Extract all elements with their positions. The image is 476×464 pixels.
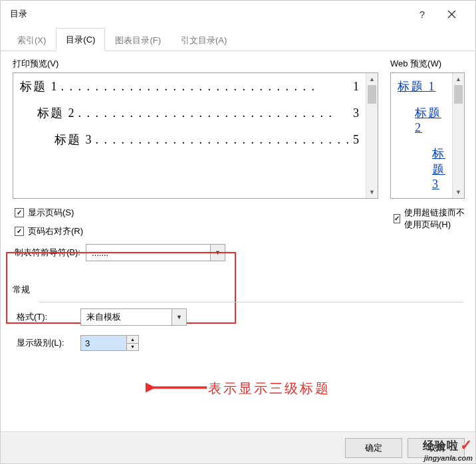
levels-value[interactable]: 3 (81, 336, 126, 350)
web-preview-body: 标题 1 标题 2 标题 3 (391, 73, 452, 198)
tab-index[interactable]: 索引(X) (7, 29, 56, 51)
scroll-down-icon[interactable]: ▼ (453, 186, 464, 198)
format-combo[interactable]: 来自模板 ▼ (80, 308, 187, 326)
web-preview-scrollbar[interactable]: ▲ ▼ (452, 73, 464, 198)
use-hyperlinks-row: 使用超链接而不使用页码(H) (392, 207, 465, 231)
web-preview-col: Web 预览(W) 标题 1 标题 2 标题 3 ▲ ▼ (390, 58, 465, 261)
scroll-thumb[interactable] (368, 85, 376, 104)
print-preview-scrollbar[interactable]: ▲ ▼ (366, 73, 378, 198)
scroll-track[interactable] (366, 85, 378, 186)
print-preview: 标题 1 . . . . . . . . . . . . . . . . . .… (13, 72, 378, 199)
use-hyperlinks-checkbox[interactable] (394, 214, 400, 223)
format-value: 来自模板 (81, 311, 172, 323)
leader-value: ....... (86, 248, 210, 258)
web-link-1[interactable]: 标题 1 (398, 78, 445, 94)
ok-button[interactable]: 确定 (345, 438, 402, 458)
scroll-thumb[interactable] (454, 85, 463, 104)
tab-citations[interactable]: 引文目录(A) (171, 29, 237, 51)
cancel-button[interactable]: 取消 (408, 438, 465, 458)
toc-line-2: 标题 2 . . . . . . . . . . . . . . . . . .… (20, 105, 359, 121)
toc-line-3: 标题 3 . . . . . . . . . . . . . . . . . .… (20, 132, 359, 148)
scroll-up-icon[interactable]: ▲ (366, 73, 378, 85)
print-preview-col: 打印预览(V) 标题 1 . . . . . . . . . . . . . .… (13, 58, 378, 261)
tabbar: 索引(X) 目录(C) 图表目录(F) 引文目录(A) (1, 27, 475, 51)
close-icon (447, 10, 456, 19)
web-link-2[interactable]: 标题 2 (398, 105, 445, 135)
scroll-down-icon[interactable]: ▼ (366, 186, 378, 198)
right-align-checkbox[interactable] (15, 227, 24, 236)
spinner-down-icon[interactable]: ▼ (127, 344, 138, 351)
general-fieldset: 常规 格式(T): 来自模板 ▼ 显示级别(L): 3 ▲ (13, 284, 463, 351)
leader-label: 制表符前导符(B): (15, 247, 80, 259)
levels-row: 显示级别(L): 3 ▲ ▼ (13, 335, 463, 351)
annotation-arrow-group: 表示显示三级标题 (146, 378, 330, 398)
right-align-label: 页码右对齐(R) (28, 225, 83, 237)
print-preview-label: 打印预览(V) (13, 58, 378, 70)
dialog-footer: 确定 取消 (1, 431, 475, 463)
toc-line-1: 标题 1 . . . . . . . . . . . . . . . . . .… (20, 78, 359, 94)
tab-toc[interactable]: 目录(C) (56, 28, 105, 51)
leader-combo[interactable]: ....... ▼ (86, 244, 225, 261)
show-page-numbers-label: 显示页码(S) (28, 207, 74, 219)
use-hyperlinks-label: 使用超链接而不使用页码(H) (404, 207, 465, 231)
scroll-track[interactable] (453, 85, 464, 186)
dialog-title: 目录 (10, 8, 408, 20)
levels-label: 显示级别(L): (17, 337, 74, 349)
chevron-down-icon[interactable]: ▼ (172, 309, 186, 325)
web-link-3[interactable]: 标题 3 (398, 146, 445, 191)
format-row: 格式(T): 来自模板 ▼ (13, 308, 463, 326)
content-area: 打印预览(V) 标题 1 . . . . . . . . . . . . . .… (1, 51, 475, 351)
annotation-text: 表示显示三级标题 (208, 380, 330, 398)
right-align-row: 页码右对齐(R) (13, 225, 378, 237)
arrow-icon (146, 378, 209, 398)
format-label: 格式(T): (17, 311, 74, 323)
web-preview-label: Web 预览(W) (390, 58, 465, 70)
leader-row: 制表符前导符(B): ....... ▼ (13, 244, 378, 261)
show-page-numbers-row: 显示页码(S) (13, 207, 378, 219)
web-preview: 标题 1 标题 2 标题 3 ▲ ▼ (390, 72, 465, 199)
general-legend: 常规 (13, 284, 34, 296)
show-page-numbers-checkbox[interactable] (15, 208, 24, 217)
help-button[interactable]: ? (408, 1, 437, 27)
scroll-up-icon[interactable]: ▲ (453, 73, 464, 85)
titlebar: 目录 ? (1, 1, 475, 27)
toc-dialog: 目录 ? 索引(X) 目录(C) 图表目录(F) 引文目录(A) 打印预览(V)… (0, 0, 476, 464)
close-button[interactable] (437, 1, 466, 27)
chevron-down-icon[interactable]: ▼ (210, 245, 225, 261)
print-preview-body: 标题 1 . . . . . . . . . . . . . . . . . .… (13, 73, 366, 198)
tab-figures[interactable]: 图表目录(F) (105, 29, 171, 51)
levels-spinner[interactable]: 3 ▲ ▼ (80, 335, 139, 351)
spinner-up-icon[interactable]: ▲ (127, 336, 138, 344)
